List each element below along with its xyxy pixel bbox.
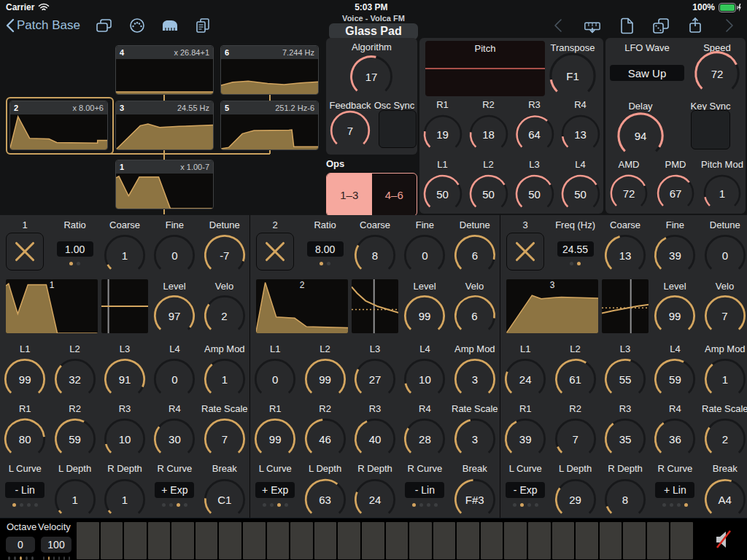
prev-patch-icon[interactable] <box>549 17 567 34</box>
operator-envelope-graph[interactable]: 3 <box>506 279 598 333</box>
piano-key[interactable] <box>196 522 218 559</box>
l-depth-knob[interactable]: 63 <box>303 477 348 522</box>
knob[interactable]: 40 <box>352 416 398 462</box>
fine-knob[interactable]: 0 <box>152 233 197 278</box>
algorithm-op-thumbnail-2[interactable]: 2x 8.00+6 <box>9 101 108 150</box>
transpose-knob[interactable]: F1 <box>547 50 598 101</box>
piano-key[interactable] <box>386 522 409 559</box>
share-icon[interactable] <box>686 17 704 34</box>
knob[interactable]: 1 <box>702 173 743 214</box>
lfo-delay-knob[interactable]: 94 <box>615 110 666 161</box>
algorithm-structure-graph[interactable]: 2x 8.00+64x 26.84+167.244 Hz324.55 Hz525… <box>0 36 321 215</box>
r-curve-select[interactable]: + Exp <box>155 482 194 498</box>
knob[interactable]: 59 <box>652 357 697 402</box>
knob[interactable]: 10 <box>102 416 147 462</box>
feedback-knob[interactable]: 7 <box>328 109 372 152</box>
operator-mute-button[interactable] <box>6 233 44 271</box>
knob[interactable]: 99 <box>303 357 348 402</box>
piano-key[interactable] <box>600 522 622 559</box>
algorithm-op-thumbnail-4[interactable]: 4x 26.84+1 <box>115 45 214 95</box>
velo-knob[interactable]: 7 <box>703 293 747 338</box>
fine-knob[interactable]: 39 <box>652 233 697 278</box>
r-depth-knob[interactable]: 8 <box>603 477 648 522</box>
lfo-speed-knob[interactable]: 72 <box>692 49 742 98</box>
l-curve-select[interactable]: + Exp <box>255 482 295 498</box>
midi-icon[interactable] <box>128 17 146 34</box>
new-document-icon[interactable] <box>618 17 635 34</box>
knob[interactable]: 3 <box>452 416 498 462</box>
randomize-dice-icon[interactable] <box>652 17 670 34</box>
knob[interactable]: 99 <box>252 416 298 462</box>
knob[interactable]: 67 <box>655 173 696 214</box>
next-patch-icon[interactable] <box>721 17 738 34</box>
piano-key[interactable] <box>528 522 551 559</box>
break-knob[interactable]: C1 <box>202 477 247 522</box>
knob[interactable]: 3 <box>452 357 498 402</box>
operator-mute-button[interactable] <box>506 233 544 271</box>
keyboard-scaling-graph[interactable] <box>101 279 148 333</box>
copy-patch-icon[interactable] <box>194 17 212 34</box>
send-to-keyboard-icon[interactable] <box>584 17 601 34</box>
algorithm-op-thumbnail-5[interactable]: 5251.2 Hz-6 <box>220 101 319 150</box>
knob[interactable]: 35 <box>603 416 648 462</box>
level-knob[interactable]: 97 <box>152 293 197 338</box>
pitch-envelope-graph[interactable]: Pitch <box>425 41 545 96</box>
piano-key[interactable] <box>576 522 598 559</box>
knob[interactable]: 72 <box>608 173 649 214</box>
l-curve-select[interactable]: - Lin <box>5 482 44 498</box>
velo-knob[interactable]: 6 <box>452 293 498 338</box>
knob[interactable]: 7 <box>553 416 598 462</box>
ops-segment-1-3[interactable]: 1–3 <box>327 174 372 216</box>
knob[interactable]: 7 <box>202 416 247 462</box>
piano-key[interactable] <box>101 522 123 559</box>
piano-key[interactable] <box>338 522 360 559</box>
knob[interactable]: 91 <box>102 357 147 402</box>
algorithm-knob[interactable]: 17 <box>348 53 395 100</box>
piano-key[interactable] <box>171 522 194 559</box>
knob[interactable]: 50 <box>514 173 556 215</box>
operator-mute-button[interactable] <box>256 233 294 271</box>
velocity-value[interactable]: 100 <box>41 537 71 553</box>
coarse-knob[interactable]: 1 <box>102 233 147 278</box>
piano-key[interactable] <box>219 522 241 559</box>
knob[interactable]: 28 <box>402 416 447 462</box>
windows-icon[interactable] <box>96 17 113 34</box>
piano-key[interactable] <box>124 522 147 559</box>
piano-key[interactable] <box>647 522 670 559</box>
r-curve-select[interactable]: + Lin <box>655 482 694 498</box>
level-knob[interactable]: 99 <box>652 293 697 338</box>
freq-value[interactable]: 24.55 <box>557 241 594 257</box>
r-curve-select[interactable]: - Lin <box>405 482 444 498</box>
knob[interactable]: 24 <box>503 357 548 402</box>
octave-value[interactable]: 0 <box>6 537 35 553</box>
knob[interactable]: 0 <box>152 357 197 402</box>
l-depth-knob[interactable]: 29 <box>553 477 598 522</box>
knob[interactable]: 55 <box>603 357 648 402</box>
piano-key[interactable] <box>267 522 290 559</box>
piano-key[interactable] <box>243 522 266 559</box>
knob[interactable]: 18 <box>468 113 510 155</box>
piano-key[interactable] <box>409 522 432 559</box>
freq-value[interactable]: 1.00 <box>57 241 93 257</box>
algorithm-op-thumbnail-3[interactable]: 324.55 Hz <box>115 101 214 150</box>
detune-knob[interactable]: 0 <box>703 233 747 278</box>
ops-segment-4-6[interactable]: 4–6 <box>372 174 417 216</box>
knob[interactable]: 39 <box>503 416 548 462</box>
keyboard-scaling-graph[interactable] <box>602 279 649 333</box>
piano-key[interactable] <box>552 522 575 559</box>
piano-key[interactable] <box>433 522 456 559</box>
knob[interactable]: 61 <box>553 357 598 402</box>
knob[interactable]: 1 <box>202 357 247 402</box>
knob[interactable]: 59 <box>53 416 98 462</box>
back-button[interactable]: Patch Base <box>6 18 80 33</box>
knob[interactable]: 64 <box>514 113 556 155</box>
osc-sync-checkbox[interactable] <box>379 110 417 148</box>
knob[interactable]: 99 <box>2 357 47 402</box>
piano-icon[interactable] <box>161 17 179 34</box>
piano-key[interactable] <box>670 522 693 559</box>
piano-key[interactable] <box>314 522 337 559</box>
piano-key[interactable] <box>362 522 384 559</box>
knob[interactable]: 36 <box>652 416 697 462</box>
knob[interactable]: 2 <box>703 416 747 462</box>
knob[interactable]: 80 <box>2 416 47 462</box>
